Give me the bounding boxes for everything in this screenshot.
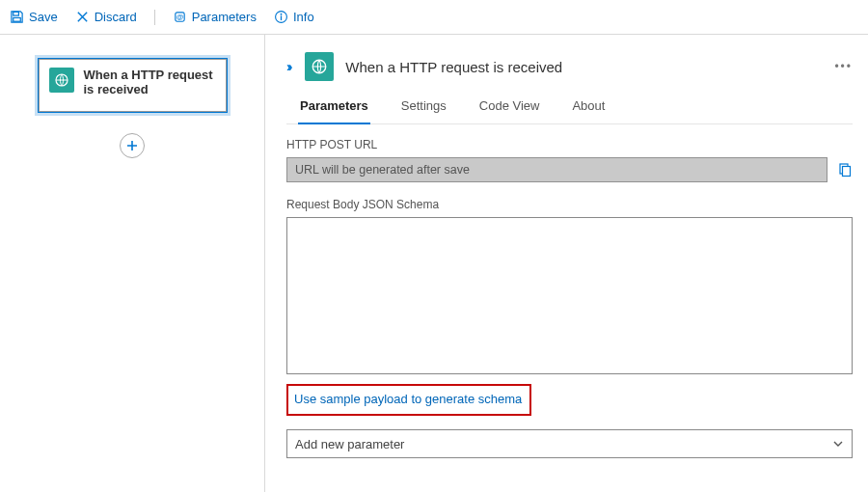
parameters-button[interactable]: @ Parameters xyxy=(173,10,257,24)
schema-textarea[interactable] xyxy=(286,217,853,374)
trigger-node[interactable]: When a HTTP request is received xyxy=(39,59,227,112)
parameters-label: Parameters xyxy=(192,10,257,24)
http-trigger-icon xyxy=(305,52,334,81)
panel-tabs: Parameters Settings Code View About xyxy=(286,93,853,124)
toolbar-separator xyxy=(154,10,155,25)
panel-title: When a HTTP request is received xyxy=(345,59,823,75)
save-icon xyxy=(10,10,24,24)
sample-payload-link[interactable]: Use sample payload to generate schema xyxy=(294,392,522,406)
trigger-node-title: When a HTTP request is received xyxy=(84,68,216,96)
discard-icon xyxy=(75,10,90,24)
discard-label: Discard xyxy=(95,10,137,24)
discard-button[interactable]: Discard xyxy=(75,10,137,24)
svg-rect-0 xyxy=(14,12,19,15)
plus-icon xyxy=(125,139,139,152)
chevron-down-icon xyxy=(832,438,844,450)
svg-rect-6 xyxy=(281,15,282,20)
info-label: Info xyxy=(293,10,314,24)
sample-payload-highlight: Use sample payload to generate schema xyxy=(286,384,531,416)
info-icon xyxy=(274,10,288,24)
collapse-panel-button[interactable]: ›› xyxy=(286,59,289,74)
command-bar: Save Discard @ Parameters Info xyxy=(0,0,868,35)
tab-settings[interactable]: Settings xyxy=(399,93,448,123)
save-label: Save xyxy=(29,10,58,24)
add-parameter-dropdown[interactable]: Add new parameter xyxy=(286,429,853,458)
add-parameter-label: Add new parameter xyxy=(295,437,404,451)
save-button[interactable]: Save xyxy=(10,10,58,24)
parameters-icon: @ xyxy=(173,10,187,24)
svg-point-5 xyxy=(280,14,282,15)
tab-code-view[interactable]: Code View xyxy=(477,93,542,123)
svg-text:@: @ xyxy=(176,13,183,21)
schema-label: Request Body JSON Schema xyxy=(286,198,853,211)
designer-canvas: When a HTTP request is received xyxy=(0,35,265,492)
tab-parameters[interactable]: Parameters xyxy=(298,93,370,124)
http-trigger-icon xyxy=(49,68,74,93)
copy-url-button[interactable] xyxy=(837,162,853,178)
http-post-url-field: URL will be generated after save xyxy=(286,157,827,182)
info-button[interactable]: Info xyxy=(274,10,314,24)
panel-more-button[interactable]: ••• xyxy=(834,60,853,73)
svg-rect-10 xyxy=(843,167,851,177)
svg-rect-1 xyxy=(14,17,21,21)
tab-about[interactable]: About xyxy=(570,93,607,123)
add-step-button[interactable] xyxy=(120,133,145,158)
details-panel: ›› When a HTTP request is received ••• P… xyxy=(265,35,868,492)
http-post-url-label: HTTP POST URL xyxy=(286,138,853,151)
